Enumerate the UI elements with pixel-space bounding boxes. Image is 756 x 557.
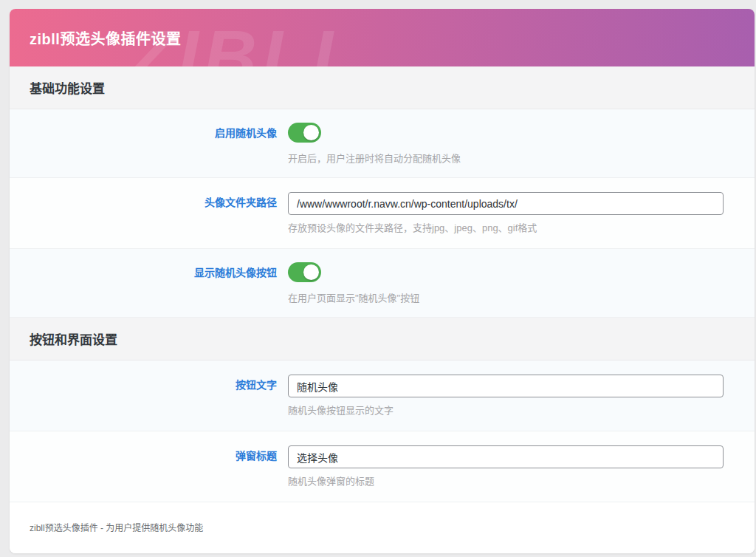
setting-row-enable-random-avatar: 启用随机头像 开启后，用户注册时将自动分配随机头像 [10, 109, 755, 178]
plugin-settings-card: ZIBLL zibll预选头像插件设置 基础功能设置 启用随机头像 开启后，用户… [10, 9, 755, 553]
section-heading-button-and-ui: 按钮和界面设置 [10, 318, 755, 360]
setting-label: 显示随机头像按钮 [10, 262, 288, 283]
section-heading-basic-features: 基础功能设置 [10, 66, 755, 109]
setting-row-avatar-folder-path: 头像文件夹路径 存放预设头像的文件夹路径，支持jpg、jpeg、png、gif格… [10, 178, 755, 249]
setting-description: 存放预设头像的文件夹路径，支持jpg、jpeg、png、gif格式 [288, 222, 724, 234]
plugin-header: ZIBLL zibll预选头像插件设置 [10, 9, 755, 66]
setting-label: 弹窗标题 [10, 445, 288, 466]
toggle-knob-icon [303, 125, 319, 140]
page-title: zibll预选头像插件设置 [30, 27, 181, 49]
avatar-folder-path-input[interactable] [288, 192, 724, 215]
setting-row-button-text: 按钮文字 随机头像按钮显示的文字 [10, 360, 755, 431]
setting-description: 随机头像按钮显示的文字 [288, 404, 724, 417]
setting-control: 存放预设头像的文件夹路径，支持jpg、jpeg、png、gif格式 [288, 192, 724, 234]
setting-description: 开启后，用户注册时将自动分配随机头像 [288, 152, 724, 165]
setting-row-modal-title: 弹窗标题 随机头像弹窗的标题 [10, 431, 755, 502]
plugin-footer: zibll预选头像插件 - 为用户提供随机头像功能 [10, 502, 755, 553]
setting-control: 随机头像弹窗的标题 [288, 445, 724, 488]
show-random-avatar-button-toggle[interactable] [288, 262, 321, 282]
footer-text: zibll预选头像插件 - 为用户提供随机头像功能 [30, 523, 203, 533]
setting-control: 开启后，用户注册时将自动分配随机头像 [288, 123, 724, 165]
toggle-knob-icon [303, 264, 319, 280]
section-title: 按钮和界面设置 [30, 329, 117, 348]
setting-control: 随机头像按钮显示的文字 [288, 375, 724, 417]
setting-label: 启用随机头像 [10, 123, 288, 143]
button-text-input[interactable] [288, 375, 724, 397]
setting-label: 头像文件夹路径 [10, 192, 288, 213]
setting-description: 随机头像弹窗的标题 [288, 475, 724, 488]
section-title: 基础功能设置 [30, 78, 105, 97]
modal-title-input[interactable] [288, 445, 724, 468]
setting-control: 在用户页面显示"随机头像"按钮 [288, 262, 724, 304]
setting-row-show-random-avatar-button: 显示随机头像按钮 在用户页面显示"随机头像"按钮 [10, 249, 755, 318]
setting-label: 按钮文字 [10, 375, 288, 395]
setting-description: 在用户页面显示"随机头像"按钮 [288, 292, 724, 304]
enable-random-avatar-toggle[interactable] [288, 123, 321, 143]
